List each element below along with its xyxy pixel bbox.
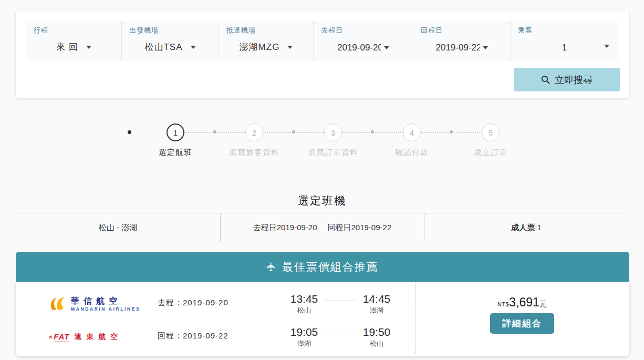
summary-adult-label: 成人票 <box>511 223 535 232</box>
mandarin-airlines-logo: 華信航空 MANDARIN AIRLINES <box>48 295 140 312</box>
step-circle: 5 <box>482 124 500 141</box>
arrival-airport-label: 抵達機場 <box>226 26 256 35</box>
airline-name-en: MANDARIN AIRLINES <box>71 306 140 312</box>
route-line <box>324 334 357 334</box>
arrival-city: 澎湖 <box>361 306 392 315</box>
step-label: 選定航班 <box>136 148 215 158</box>
passenger-count-select[interactable]: 乘客 1 <box>511 21 619 61</box>
fare-combo-card: 華信航空 MANDARIN AIRLINES 去程：2019-09-20 13:… <box>16 282 629 356</box>
departure-date-select[interactable]: 去程日 2019-09-20 <box>314 21 413 61</box>
step-order-info: 3 填寫訂單資料 <box>294 124 372 158</box>
currency-label: NT$ <box>497 301 509 307</box>
return-times: 19:05 澎湖 19:50 松山 <box>289 326 392 348</box>
step-confirm-payment: 4 確認付款 <box>372 124 451 158</box>
chevron-down-icon <box>604 45 609 48</box>
step-passenger-info: 2 填寫旅客資料 <box>215 124 294 158</box>
search-icon <box>541 75 550 84</box>
route-line <box>324 301 357 301</box>
chevron-down-icon <box>384 46 389 49</box>
airline-name-en: FAT <box>54 332 69 342</box>
departure-city: 松山 <box>289 306 319 315</box>
chevron-down-icon <box>287 46 293 49</box>
detail-combo-button[interactable]: 詳細組合 <box>490 313 554 334</box>
departure-time: 13:45 <box>289 293 319 305</box>
summary-route: 松山 - 澎湖 <box>99 223 137 233</box>
summary-adult-count: :1 <box>535 223 542 232</box>
return-date-label: 回程：2019-09-22 <box>158 331 228 341</box>
price-panel: NT$3,691元 詳細組合 <box>415 282 629 356</box>
departure-date-value: 2019-09-20 <box>337 43 381 53</box>
page-title: 選定班機 <box>0 193 644 208</box>
airplane-icon: ✈ <box>265 262 279 272</box>
step-order-complete: 5 成立訂單 <box>451 124 530 158</box>
chevron-down-icon <box>191 46 196 49</box>
step-select-flight: 1 選定航班 <box>136 124 215 158</box>
departure-airport-label: 出發機場 <box>129 26 159 35</box>
step-label: 成立訂單 <box>451 148 530 158</box>
arrival-time: 19:50 <box>361 326 392 338</box>
airline-name-cn: 遠東航空 <box>74 332 122 342</box>
return-flight-row: ✈ FAT 遠東航空 回程：2019-09-22 19:05 澎湖 19:50 … <box>16 322 415 352</box>
departure-date-label: 去程日 <box>321 26 343 35</box>
step-label: 填寫旅客資料 <box>215 148 294 158</box>
step-circle: 2 <box>245 124 263 141</box>
outbound-flight-row: 華信航空 MANDARIN AIRLINES 去程：2019-09-20 13:… <box>16 289 415 318</box>
return-date-select[interactable]: 回程日 2019-09-22 <box>413 21 511 61</box>
departure-airport-select[interactable]: 出發機場 松山TSA <box>122 21 219 61</box>
trip-type-select[interactable]: 行程 來 回 <box>26 21 122 61</box>
step-label: 填寫訂單資料 <box>294 148 372 158</box>
step-circle: 1 <box>167 124 184 141</box>
airline-name-cn: 華信航空 <box>71 296 140 305</box>
trip-type-value: 來 回 <box>56 41 78 53</box>
arrival-city: 松山 <box>361 339 392 348</box>
summary-return-date: 回程日2019-09-22 <box>328 223 392 233</box>
arrival-airport-value: 澎湖MZG <box>240 41 280 53</box>
trip-summary-bar: 松山 - 澎湖 去程日2019-09-20 回程日2019-09-22 成人票:… <box>16 213 628 242</box>
passenger-count-label: 乘客 <box>518 26 533 35</box>
outbound-date-label: 去程：2019-09-20 <box>158 298 228 308</box>
search-button-label: 立即搜尋 <box>555 74 593 86</box>
trip-type-label: 行程 <box>34 26 48 35</box>
banner-title: 最佳票價組合推薦 <box>282 260 379 274</box>
order-progress-stepper: 1 選定航班 2 填寫旅客資料 3 填寫訂單資料 4 確認付款 5 成立訂單 <box>0 124 644 163</box>
search-fields-strip: 行程 來 回 出發機場 松山TSA 抵達機場 澎湖MZG 去程日 2019-09… <box>26 21 619 61</box>
search-button[interactable]: 立即搜尋 <box>514 68 620 91</box>
summary-depart-date: 去程日2019-09-20 <box>253 223 317 233</box>
price-unit: 元 <box>539 300 547 308</box>
total-price: NT$3,691元 <box>497 295 547 310</box>
arrival-airport-select[interactable]: 抵達機場 澎湖MZG <box>219 21 314 61</box>
passenger-count-value: 1 <box>562 43 567 53</box>
search-card: 行程 來 回 出發機場 松山TSA 抵達機場 澎湖MZG 去程日 2019-09… <box>16 11 629 98</box>
chevron-down-icon <box>483 46 488 49</box>
price-amount: 3,691 <box>509 295 539 309</box>
chevron-down-icon <box>86 46 91 49</box>
departure-city: 澎湖 <box>289 339 319 348</box>
departure-airport-value: 松山TSA <box>144 41 182 53</box>
arrival-time: 14:45 <box>361 293 392 305</box>
step-label: 確認付款 <box>372 148 451 158</box>
best-fare-banner: ✈ 最佳票價組合推薦 <box>16 252 629 282</box>
mandarin-airlines-mark-icon <box>48 295 67 312</box>
outbound-times: 13:45 松山 14:45 澎湖 <box>289 293 392 315</box>
departure-time: 19:05 <box>289 326 319 338</box>
step-circle: 3 <box>324 124 342 141</box>
return-date-label: 回程日 <box>421 26 443 35</box>
return-date-value: 2019-09-22 <box>436 43 480 53</box>
far-eastern-air-logo: ✈ FAT 遠東航空 <box>48 332 122 342</box>
list-bullet-icon <box>128 130 131 134</box>
step-circle: 4 <box>403 124 421 141</box>
